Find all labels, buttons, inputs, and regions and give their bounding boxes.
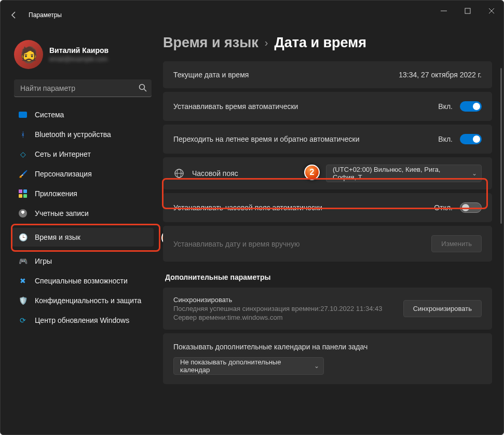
card-manual-datetime: Устанавливать дату и время вручную Измен… bbox=[163, 226, 492, 262]
card-label: Текущие дата и время bbox=[173, 71, 391, 79]
chevron-down-icon: ⌄ bbox=[472, 170, 477, 177]
minimize-button[interactable] bbox=[432, 1, 456, 21]
sidebar-item-network[interactable]: ◇Сеть и Интернет bbox=[12, 145, 154, 164]
sidebar-item-accessibility[interactable]: ✖Специальные возможности bbox=[12, 271, 154, 290]
toggle-state-label: Вкл. bbox=[438, 102, 453, 111]
sidebar-item-label: Учетные записи bbox=[35, 209, 89, 217]
card-label: Устанавливать дату и время вручную bbox=[173, 240, 424, 248]
sidebar-item-label: Конфиденциальность и защита bbox=[35, 296, 141, 305]
sidebar-item-label: Приложения bbox=[35, 189, 77, 198]
sidebar-item-label: Bluetooth и устройства bbox=[35, 130, 111, 139]
brush-icon: 🖌️ bbox=[18, 169, 28, 179]
apps-icon bbox=[18, 189, 28, 198]
sidebar-item-label: Сеть и Интернет bbox=[35, 150, 91, 158]
dropdown-value: Не показывать дополнительные календар bbox=[180, 358, 307, 374]
games-icon: 🎮 bbox=[18, 256, 28, 266]
svg-line-5 bbox=[144, 89, 147, 92]
sidebar-item-label: Время и язык bbox=[35, 233, 80, 241]
sidebar-item-accounts[interactable]: Учетные записи bbox=[12, 204, 154, 223]
sidebar-item-privacy[interactable]: 🛡️Конфиденциальность и защита bbox=[12, 291, 154, 310]
section-additional-title: Дополнительные параметры bbox=[165, 273, 492, 281]
search-icon bbox=[138, 83, 147, 94]
sidebar-item-windows-update[interactable]: ⟳Центр обновления Windows bbox=[12, 311, 154, 330]
globe-icon bbox=[173, 168, 185, 179]
button-sync-now[interactable]: Синхронизировать bbox=[403, 300, 482, 317]
clock-icon: 🕒 bbox=[18, 233, 28, 242]
toggle-state-label: Вкл. bbox=[438, 135, 453, 143]
shield-icon: 🛡️ bbox=[18, 296, 28, 305]
avatar: 🧔 bbox=[14, 40, 43, 69]
system-icon bbox=[18, 110, 28, 119]
card-label: Устанавливать часовой пояс автоматически bbox=[173, 203, 427, 212]
app-title: Параметры bbox=[29, 11, 62, 19]
nav-list: Система ᚼBluetooth и устройства ◇Сеть и … bbox=[12, 105, 154, 330]
sidebar-item-gaming[interactable]: 🎮Игры bbox=[12, 252, 154, 270]
close-button[interactable] bbox=[480, 1, 503, 21]
profile-name: Виталий Каиров bbox=[49, 46, 108, 55]
svg-point-4 bbox=[140, 85, 145, 90]
settings-window: Параметры 🧔 Виталий Каиров email@example… bbox=[0, 0, 504, 435]
breadcrumb: Время и язык › Дата и время bbox=[163, 30, 492, 61]
account-icon bbox=[18, 209, 28, 218]
svg-rect-1 bbox=[465, 8, 470, 13]
toggle-auto-timezone[interactable] bbox=[460, 202, 482, 213]
dropdown-timezone[interactable]: (UTC+02:00) Вильнюс, Киев, Рига, София, … bbox=[326, 165, 482, 182]
toggle-state-label: Откл. bbox=[434, 203, 453, 212]
wifi-icon: ◇ bbox=[18, 149, 28, 159]
toggle-dst[interactable] bbox=[460, 134, 482, 144]
sidebar-item-time-language[interactable]: 🕒Время и язык bbox=[12, 228, 154, 247]
sidebar-item-label: Центр обновления Windows bbox=[35, 316, 129, 324]
toggle-auto-time[interactable] bbox=[460, 101, 482, 112]
sync-title: Синхронизировать bbox=[173, 296, 403, 304]
sidebar-item-bluetooth[interactable]: ᚼBluetooth и устройства bbox=[12, 125, 154, 144]
card-timezone: Часовой пояс 2 (UTC+02:00) Вильнюс, Киев… bbox=[163, 157, 492, 189]
sidebar-item-label: Система bbox=[35, 111, 64, 119]
current-datetime-value: 13:34, 27 октября 2022 г. bbox=[399, 71, 482, 79]
card-auto-time: Устанавливать время автоматически Вкл. bbox=[163, 92, 492, 121]
sync-last: Последняя успешная синхронизация времени… bbox=[173, 305, 403, 312]
chevron-right-icon: › bbox=[265, 37, 268, 49]
search-box bbox=[14, 79, 152, 97]
dropdown-additional-calendars[interactable]: Не показывать дополнительные календар ⌄ bbox=[173, 357, 324, 375]
search-input[interactable] bbox=[14, 79, 152, 97]
card-sync: Синхронизировать Последняя успешная синх… bbox=[163, 288, 492, 330]
card-label: Показывать дополнительные календари на п… bbox=[173, 343, 367, 351]
main-content: Время и язык › Дата и время Текущие дата… bbox=[159, 30, 503, 434]
update-icon: ⟳ bbox=[18, 316, 28, 325]
sidebar-item-personalization[interactable]: 🖌️Персонализация bbox=[12, 165, 154, 183]
card-auto-timezone: Устанавливать часовой пояс автоматически… bbox=[163, 193, 492, 222]
profile-email: email@example.com bbox=[49, 56, 108, 63]
bluetooth-icon: ᚼ bbox=[18, 130, 28, 139]
card-current-datetime: Текущие дата и время 13:34, 27 октября 2… bbox=[163, 61, 492, 88]
sidebar: 🧔 Виталий Каиров email@example.com Систе… bbox=[1, 30, 159, 434]
breadcrumb-current: Дата и время bbox=[274, 35, 366, 51]
button-change-datetime: Изменить bbox=[431, 235, 482, 252]
sidebar-item-label: Специальные возможности bbox=[35, 277, 128, 285]
card-label: Переходить на летнее время и обратно авт… bbox=[173, 135, 431, 143]
sidebar-item-label: Персонализация bbox=[35, 170, 92, 178]
dropdown-value: (UTC+02:00) Вильнюс, Киев, Рига, София, … bbox=[333, 166, 465, 181]
accessibility-icon: ✖ bbox=[18, 276, 28, 286]
card-label: Часовой пояс bbox=[192, 169, 319, 178]
card-additional-calendars: Показывать дополнительные календари на п… bbox=[163, 333, 492, 384]
sidebar-item-apps[interactable]: Приложения bbox=[12, 184, 154, 203]
scrollbar-thumb[interactable] bbox=[500, 68, 502, 224]
sync-server: Сервер времени:time.windows.com bbox=[173, 314, 403, 321]
sidebar-item-system[interactable]: Система bbox=[12, 105, 154, 124]
breadcrumb-parent[interactable]: Время и язык bbox=[163, 35, 258, 51]
sidebar-item-label: Игры bbox=[35, 257, 52, 265]
chevron-down-icon: ⌄ bbox=[314, 362, 319, 370]
back-button[interactable] bbox=[5, 6, 23, 24]
card-label: Устанавливать время автоматически bbox=[173, 102, 431, 111]
titlebar: Параметры bbox=[1, 1, 503, 30]
profile-block[interactable]: 🧔 Виталий Каиров email@example.com bbox=[12, 38, 154, 75]
maximize-button[interactable] bbox=[456, 1, 480, 21]
card-dst: Переходить на летнее время и обратно авт… bbox=[163, 125, 492, 154]
